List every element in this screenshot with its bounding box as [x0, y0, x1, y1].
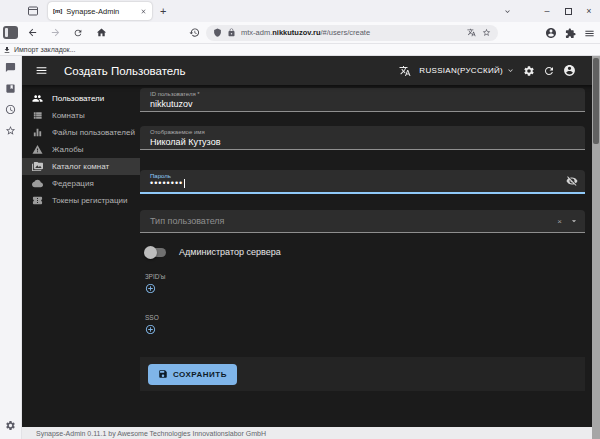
save-button[interactable]: СОХРАНИТЬ	[148, 364, 237, 385]
save-floppy-icon	[158, 369, 168, 379]
bookmark-star-icon[interactable]	[482, 28, 491, 37]
display-name-value: Николай Кутузов	[150, 137, 575, 147]
list-all-tabs-icon[interactable]	[503, 7, 512, 16]
list-icon	[32, 110, 43, 121]
maximize-icon	[565, 8, 572, 15]
window-close-button[interactable]: ×	[579, 0, 599, 22]
firefox-view-icon[interactable]	[27, 5, 39, 17]
sidebar-toggle-button[interactable]	[3, 26, 18, 39]
translate-icon	[399, 65, 411, 77]
display-name-field[interactable]: Отображаемое имя Николай Кутузов	[140, 126, 585, 150]
page-scrollbar[interactable]	[592, 56, 600, 439]
sidebar-item-room-directory[interactable]: Каталог комнат	[22, 158, 140, 175]
sidebar-item-users[interactable]: Пользователи	[22, 90, 140, 107]
chevron-down-icon	[506, 66, 515, 75]
token-icon	[32, 195, 43, 206]
browser-tab[interactable]: [m] Synapse-Admin	[48, 2, 152, 20]
window-minimize-button[interactable]: –	[537, 0, 557, 22]
menu-icon[interactable]	[584, 28, 595, 39]
browser-nav-bar: mtx-adm.nikkutuzov.ru/#/users/create	[0, 22, 600, 44]
save-button-label: СОХРАНИТЬ	[173, 370, 227, 379]
equalizer-icon	[32, 127, 43, 138]
import-bookmarks-label: Импорт закладок...	[14, 46, 76, 53]
import-bookmarks-button[interactable]: Импорт закладок...	[3, 46, 76, 54]
page-footer: Synapse-Admin 0.11.1 by Awesome Technolo…	[22, 427, 600, 439]
language-selector[interactable]: RUSSIAN(РУССКИЙ)	[419, 66, 515, 75]
server-admin-label: Администратор сервера	[179, 247, 281, 257]
url-text: mtx-adm.nikkutuzov.ru/#/users/create	[241, 28, 467, 37]
page-body: Пользователи Комнаты Файлы пользователей…	[22, 85, 600, 427]
app-bar: Создать Пользователь RUSSIAN(РУССКИЙ)	[22, 56, 600, 85]
user-id-value: nikkutuzov	[150, 99, 575, 109]
sso-section: SSO	[140, 314, 585, 339]
user-type-select[interactable]: Тип пользователя ×	[140, 210, 585, 233]
sidebar-item-user-media[interactable]: Файлы пользователей	[22, 124, 140, 141]
sidebar-settings-gear-icon[interactable]	[5, 420, 16, 431]
lock-icon[interactable]	[227, 28, 236, 37]
toggle-password-visibility-button[interactable]	[566, 175, 578, 187]
password-field[interactable]: Пароль ••••••••	[140, 170, 585, 194]
clear-selection-icon[interactable]: ×	[557, 217, 562, 226]
dropdown-arrow-icon[interactable]	[569, 216, 579, 226]
threepids-label: 3PID'ы	[145, 273, 585, 280]
form-toolbar: СОХРАНИТЬ	[140, 357, 585, 391]
tracking-shield-icon[interactable]	[213, 28, 222, 37]
appbar-actions: RUSSIAN(РУССКИЙ)	[399, 64, 590, 77]
synapse-admin-page: Создать Пользователь RUSSIAN(РУССКИЙ)	[22, 56, 600, 439]
cloud-icon	[32, 178, 43, 189]
history-clock-icon[interactable]	[5, 104, 16, 115]
forward-icon[interactable]	[50, 27, 61, 38]
app-sidebar: Пользователи Комнаты Файлы пользователей…	[22, 85, 140, 427]
sidebar-item-federation[interactable]: Федерация	[22, 175, 140, 192]
back-icon[interactable]	[27, 27, 38, 38]
translate-page-icon[interactable]	[467, 28, 476, 37]
warning-icon	[32, 144, 43, 155]
add-circle-icon	[145, 283, 156, 294]
user-type-label: Тип пользователя	[150, 216, 557, 226]
server-admin-toggle[interactable]	[146, 248, 166, 257]
tab-title: Synapse-Admin	[66, 7, 140, 16]
bookmarks-sidebar-icon[interactable]	[5, 83, 16, 94]
eye-off-icon	[566, 175, 578, 187]
new-tab-button[interactable]: +	[160, 6, 166, 17]
language-label: RUSSIAN(РУССКИЙ)	[419, 66, 503, 75]
sidebar-item-registration-tokens[interactable]: Токены регистрации	[22, 192, 140, 209]
ai-chatbot-icon[interactable]	[5, 62, 16, 73]
nav-right-cluster	[545, 22, 595, 44]
history-icon[interactable]	[189, 27, 200, 38]
display-name-label: Отображаемое имя	[150, 129, 575, 135]
url-bar[interactable]: mtx-adm.nikkutuzov.ru/#/users/create	[206, 25, 498, 41]
hamburger-menu-icon[interactable]	[35, 64, 48, 77]
server-admin-toggle-row: Администратор сервера	[140, 247, 585, 257]
profile-icon[interactable]	[563, 64, 576, 77]
tab-close-icon[interactable]	[140, 8, 147, 15]
matrix-favicon: [m]	[53, 8, 62, 14]
sso-label: SSO	[145, 314, 585, 321]
scrollbar-thumb[interactable]	[593, 58, 599, 144]
reload-icon[interactable]	[73, 28, 83, 38]
bookmarks-bar: Импорт закладок...	[0, 44, 600, 56]
browser-side-strip	[0, 56, 22, 439]
sidebar-item-reports[interactable]: Жалобы	[22, 141, 140, 158]
user-id-field[interactable]: ID пользователя * nikkutuzov	[140, 88, 585, 112]
extensions-puzzle-icon[interactable]	[565, 28, 576, 39]
sidebar-item-rooms[interactable]: Комнаты	[22, 107, 140, 124]
account-icon[interactable]	[545, 27, 557, 39]
import-bookmarks-icon	[3, 46, 11, 54]
page-title: Создать Пользователь	[64, 65, 186, 77]
refresh-icon[interactable]	[543, 65, 555, 77]
browser-window: [m] Synapse-Admin + – × mtx-adm.nikkutuz…	[0, 0, 600, 439]
favorites-star-icon[interactable]	[5, 125, 16, 136]
add-circle-icon	[145, 324, 156, 335]
room-directory-icon	[32, 161, 43, 172]
text-caret	[184, 179, 185, 188]
home-icon[interactable]	[96, 27, 107, 38]
password-masked-value: ••••••••	[150, 179, 183, 188]
settings-gear-icon[interactable]	[523, 65, 535, 77]
window-maximize-button[interactable]	[558, 0, 578, 22]
footer-text: Synapse-Admin 0.11.1 by Awesome Technolo…	[36, 430, 266, 437]
add-sso-button[interactable]	[145, 324, 156, 335]
browser-tab-bar: [m] Synapse-Admin + – ×	[0, 0, 600, 22]
add-threepid-button[interactable]	[145, 283, 156, 294]
people-icon	[32, 93, 43, 104]
